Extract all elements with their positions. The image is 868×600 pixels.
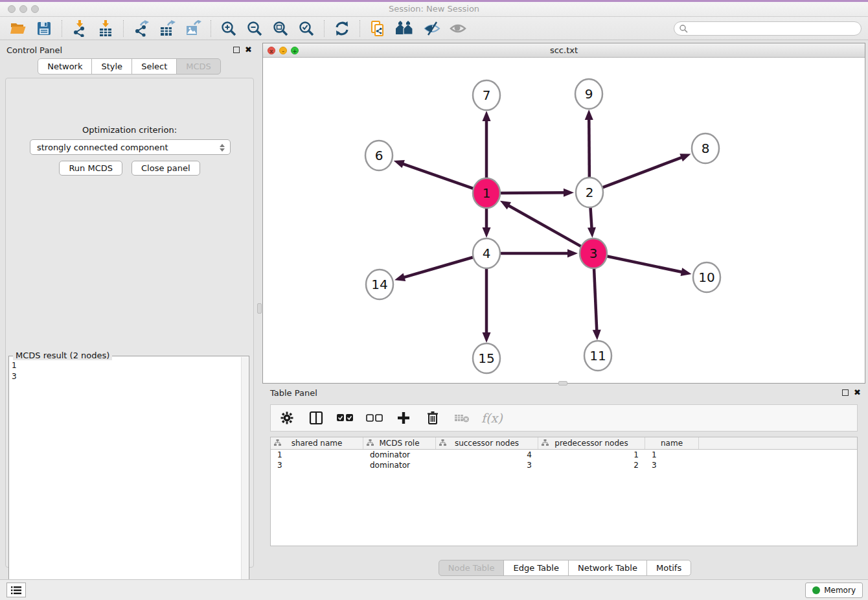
export-network-icon[interactable] <box>131 19 151 38</box>
hide-selected-icon[interactable] <box>422 19 442 38</box>
column-header-successor-nodes[interactable]: successor nodes <box>436 437 538 449</box>
task-history-button[interactable] <box>6 583 26 597</box>
run-mcds-button[interactable]: Run MCDS <box>59 161 122 176</box>
edge-3-1[interactable] <box>507 205 583 248</box>
edge-arrowhead <box>567 249 578 258</box>
mcds-tab-content: Optimization criterion: strongly connect… <box>5 78 254 568</box>
edge-arrowhead <box>681 268 692 276</box>
delete-column-icon[interactable] <box>423 408 442 428</box>
control-panel-title: Control Panel <box>6 45 62 55</box>
node-label-8: 8 <box>702 141 710 156</box>
list-icon <box>10 586 22 595</box>
network-canvas[interactable]: 1234678910111415 <box>263 58 865 383</box>
tab-motifs[interactable]: Motifs <box>646 560 691 576</box>
network-window-title: scc.txt <box>263 45 865 55</box>
zoom-in-icon[interactable] <box>219 19 238 38</box>
edge-1-6[interactable] <box>401 163 475 189</box>
cell-name[interactable]: 1 <box>645 450 699 460</box>
edge-3-10[interactable] <box>605 256 684 273</box>
edge-arrowhead <box>483 111 491 121</box>
zoom-out-icon[interactable] <box>245 19 264 38</box>
gear-icon[interactable] <box>277 408 297 428</box>
table-row[interactable]: 1dominator411 <box>271 450 857 460</box>
export-table-icon[interactable] <box>157 19 177 38</box>
deselect-all-icon[interactable] <box>365 408 384 428</box>
mcds-result-text[interactable]: 1 3 <box>12 360 240 597</box>
table-row[interactable]: 3dominator323 <box>271 460 857 470</box>
horizontal-splitter-handle[interactable] <box>558 381 567 386</box>
memory-label: Memory <box>824 586 856 595</box>
edge-2-9[interactable] <box>589 117 589 181</box>
tab-network[interactable]: Network <box>38 58 92 75</box>
network-window-titlebar[interactable]: x - + scc.txt <box>263 43 865 58</box>
criterion-value: strongly connected component <box>37 143 168 152</box>
search-box[interactable] <box>674 21 862 36</box>
import-network-icon[interactable] <box>70 19 89 38</box>
cell-name[interactable]: 3 <box>645 460 699 470</box>
node-table: shared nameMCDS rolesuccessor nodesprede… <box>270 437 858 546</box>
add-column-icon[interactable] <box>394 408 413 428</box>
edge-arrowhead <box>394 273 405 281</box>
edge-4-14[interactable] <box>402 257 475 278</box>
column-header-predecessor-nodes[interactable]: predecessor nodes <box>538 437 645 449</box>
mcds-result-box: MCDS result (2 nodes) 1 3 <box>8 356 249 600</box>
tab-mcds[interactable]: MCDS <box>176 58 221 75</box>
search-icon <box>679 24 688 33</box>
titlebar-accent <box>0 0 868 2</box>
float-table-panel-icon[interactable] <box>842 389 849 396</box>
refresh-icon[interactable] <box>332 19 352 38</box>
result-scrollbar[interactable] <box>241 357 248 599</box>
control-panel: Control Panel ✖ NetworkStyleSelectMCDS O… <box>0 43 259 571</box>
cell-MCDS-role[interactable]: dominator <box>363 460 436 470</box>
edge-1-2[interactable] <box>498 192 566 193</box>
cell-MCDS-role[interactable]: dominator <box>363 450 436 460</box>
first-neighbors-icon[interactable] <box>394 19 416 38</box>
export-image-icon[interactable] <box>183 19 203 38</box>
tab-network-table[interactable]: Network Table <box>568 560 647 576</box>
edge-arrowhead <box>483 227 491 238</box>
edge-arrowhead <box>680 154 691 161</box>
cell-shared-name[interactable]: 1 <box>271 450 363 460</box>
memory-status-icon <box>812 586 820 594</box>
cell-predecessor-nodes[interactable]: 2 <box>538 460 645 470</box>
import-table-icon[interactable] <box>96 19 115 38</box>
column-header-name[interactable]: name <box>645 437 699 449</box>
open-session-icon[interactable] <box>8 19 28 38</box>
tab-edge-table[interactable]: Edge Table <box>503 560 568 576</box>
tab-select[interactable]: Select <box>131 58 177 75</box>
vertical-splitter-handle[interactable] <box>257 303 262 314</box>
criterion-dropdown[interactable]: strongly connected component <box>30 139 231 155</box>
save-session-icon[interactable] <box>34 19 54 38</box>
edge-arrowhead <box>588 227 596 238</box>
close-panel-icon[interactable]: ✖ <box>245 45 252 54</box>
zoom-fit-icon[interactable] <box>271 19 290 38</box>
cell-shared-name[interactable]: 3 <box>271 460 363 470</box>
zoom-selected-icon[interactable] <box>297 19 316 38</box>
toolbar-separator <box>360 20 360 37</box>
edge-3-11[interactable] <box>594 265 597 332</box>
split-pane-icon[interactable] <box>306 408 326 428</box>
cell-predecessor-nodes[interactable]: 1 <box>538 450 645 460</box>
cell-successor-nodes[interactable]: 3 <box>436 460 538 470</box>
node-label-10: 10 <box>698 270 714 285</box>
node-label-2: 2 <box>586 185 594 200</box>
control-panel-tabs: NetworkStyleSelectMCDS <box>0 58 259 75</box>
edge-arrowhead <box>483 332 491 343</box>
mcds-result-title: MCDS result (2 nodes) <box>13 351 112 360</box>
node-label-7: 7 <box>483 87 491 103</box>
toolbar-separator <box>62 20 62 37</box>
column-header-MCDS-role[interactable]: MCDS role <box>363 437 436 449</box>
search-input[interactable] <box>688 23 861 34</box>
float-panel-icon[interactable] <box>233 47 240 53</box>
column-header-shared-name[interactable]: shared name <box>271 437 363 449</box>
tab-style[interactable]: Style <box>91 58 132 75</box>
memory-button[interactable]: Memory <box>805 583 863 598</box>
cell-successor-nodes[interactable]: 4 <box>436 450 538 460</box>
toolbar-separator <box>211 20 211 37</box>
close-panel-button[interactable]: Close panel <box>131 161 200 176</box>
close-table-panel-icon[interactable]: ✖ <box>854 387 861 397</box>
select-all-icon[interactable] <box>336 408 355 428</box>
edge-2-8[interactable] <box>600 157 684 189</box>
tab-node-table[interactable]: Node Table <box>439 560 505 576</box>
clone-network-icon[interactable] <box>368 19 387 38</box>
